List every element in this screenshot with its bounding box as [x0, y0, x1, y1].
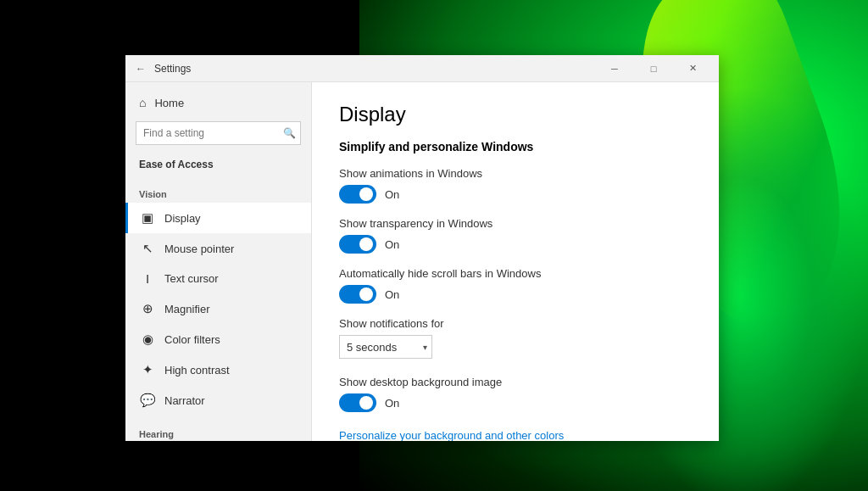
- animations-toggle[interactable]: [339, 185, 376, 204]
- notifications-setting: Show notifications for 5 seconds 7 secon…: [339, 317, 692, 359]
- notifications-label: Show notifications for: [339, 317, 692, 330]
- settings-window: ← Settings ─ □ ✕ ⌂ Home 🔍 Ease of Access…: [125, 55, 719, 441]
- notifications-dropdown[interactable]: 5 seconds 7 seconds 15 seconds 30 second…: [339, 335, 432, 359]
- section-title: Simplify and personalize Windows: [339, 140, 692, 153]
- background-label: Show desktop background image: [339, 376, 692, 388]
- sidebar-item-high-contrast[interactable]: ✦ High contrast: [125, 354, 311, 385]
- animations-toggle-knob: [359, 187, 373, 201]
- scrollbars-label: Automatically hide scroll bars in Window…: [339, 267, 692, 280]
- sidebar-item-text-cursor-label: Text cursor: [164, 272, 219, 285]
- hearing-section-label: Hearing: [125, 422, 311, 441]
- transparency-toggle-status: On: [385, 238, 399, 251]
- background-setting: Show desktop background image On: [339, 376, 692, 412]
- title-bar: ← Settings ─ □ ✕: [125, 55, 719, 82]
- transparency-label: Show transparency in Windows: [339, 217, 692, 230]
- sidebar-item-narrator-label: Narrator: [164, 394, 205, 407]
- close-button[interactable]: ✕: [673, 55, 712, 82]
- background-toggle[interactable]: [339, 393, 376, 412]
- vision-section-label: Vision: [125, 184, 311, 203]
- display-icon: ▣: [139, 210, 156, 226]
- background-toggle-status: On: [385, 397, 399, 410]
- scrollbars-setting: Automatically hide scroll bars in Window…: [339, 267, 692, 304]
- sidebar-item-display-label: Display: [164, 212, 201, 225]
- sidebar-item-narrator[interactable]: 💬 Narrator: [125, 385, 311, 416]
- minimize-button[interactable]: ─: [595, 55, 634, 82]
- animations-toggle-status: On: [385, 188, 399, 201]
- window-controls: ─ □ ✕: [595, 55, 712, 82]
- scrollbars-toggle-knob: [359, 287, 373, 301]
- sidebar-item-home[interactable]: ⌂ Home: [125, 89, 311, 116]
- sidebar-item-text-cursor[interactable]: I Text cursor: [125, 264, 311, 293]
- search-icon: 🔍: [283, 127, 296, 139]
- magnifier-icon: ⊕: [139, 301, 156, 316]
- transparency-setting: Show transparency in Windows On: [339, 217, 692, 254]
- text-cursor-icon: I: [139, 271, 156, 286]
- sidebar-item-magnifier[interactable]: ⊕ Magnifier: [125, 293, 311, 324]
- search-input[interactable]: [136, 121, 301, 145]
- animations-label: Show animations in Windows: [339, 167, 692, 180]
- main-content: ⌂ Home 🔍 Ease of Access Vision ▣ Display…: [125, 82, 719, 441]
- scrollbars-toggle-status: On: [385, 288, 399, 301]
- sidebar-item-high-contrast-label: High contrast: [164, 364, 230, 377]
- background-toggle-knob: [359, 396, 373, 410]
- sidebar-item-mouse-pointer[interactable]: ↖ Mouse pointer: [125, 233, 311, 264]
- color-filters-icon: ◉: [139, 332, 156, 347]
- high-contrast-icon: ✦: [139, 362, 156, 377]
- narrator-icon: 💬: [139, 393, 156, 408]
- sidebar-item-color-filters[interactable]: ◉ Color filters: [125, 324, 311, 354]
- transparency-toggle[interactable]: [339, 235, 376, 254]
- home-label: Home: [154, 97, 184, 109]
- sidebar: ⌂ Home 🔍 Ease of Access Vision ▣ Display…: [125, 82, 312, 441]
- notifications-dropdown-wrapper: 5 seconds 7 seconds 15 seconds 30 second…: [339, 335, 432, 359]
- window-title: Settings: [154, 63, 595, 75]
- sidebar-item-color-filters-label: Color filters: [164, 333, 220, 346]
- scrollbars-toggle[interactable]: [339, 285, 376, 304]
- sidebar-item-magnifier-label: Magnifier: [164, 303, 209, 315]
- home-icon: ⌂: [139, 96, 146, 109]
- animations-setting: Show animations in Windows On: [339, 167, 692, 204]
- sidebar-item-mouse-pointer-label: Mouse pointer: [164, 243, 234, 255]
- back-button[interactable]: ←: [132, 60, 149, 77]
- maximize-button[interactable]: □: [634, 55, 673, 82]
- transparency-toggle-knob: [359, 237, 373, 251]
- mouse-pointer-icon: ↖: [139, 241, 156, 256]
- sidebar-item-display[interactable]: ▣ Display: [125, 203, 311, 233]
- search-container: 🔍: [136, 121, 301, 145]
- ease-of-access-label: Ease of Access: [125, 155, 311, 177]
- page-title: Display: [339, 103, 692, 126]
- personalize-link[interactable]: Personalize your background and other co…: [339, 429, 564, 441]
- content-panel: Display Simplify and personalize Windows…: [312, 82, 719, 441]
